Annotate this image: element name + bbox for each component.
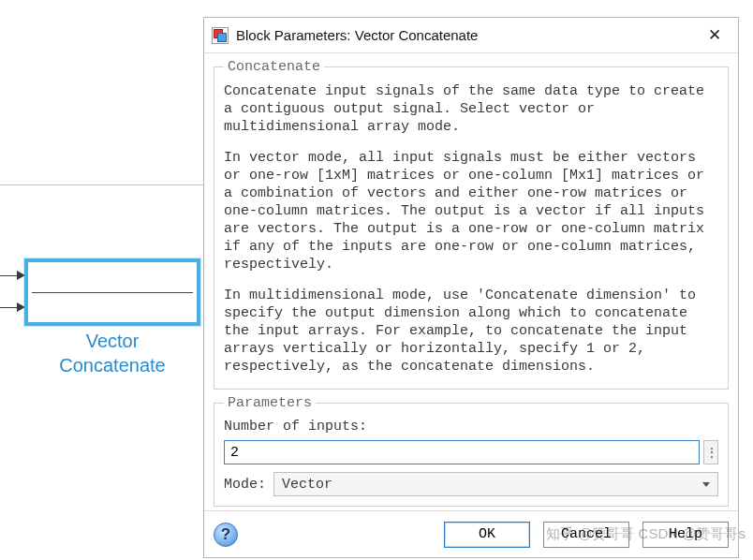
input-wire-2 — [0, 307, 19, 308]
ok-button[interactable]: OK — [444, 522, 530, 548]
help-button[interactable]: Help — [642, 522, 729, 548]
parameters-group: Parameters Number of inputs: ⋮ Mode: Vec… — [214, 395, 729, 507]
num-inputs-input[interactable] — [224, 440, 700, 464]
dialog-titlebar[interactable]: Block Parameters: Vector Concatenate ✕ — [204, 18, 738, 53]
num-inputs-label: Number of inputs: — [224, 419, 718, 435]
mode-label: Mode: — [224, 477, 266, 493]
help-icon[interactable]: ? — [214, 523, 238, 547]
num-inputs-row: Number of inputs: ⋮ — [224, 419, 718, 464]
concatenate-group: Concatenate Concatenate input signals of… — [214, 59, 729, 390]
dialog-title: Block Parameters: Vector Concatenate — [236, 27, 701, 43]
cancel-button[interactable]: Cancel — [543, 522, 629, 548]
block-parameters-dialog: Block Parameters: Vector Concatenate ✕ C… — [203, 17, 739, 558]
concat-desc-1: Concatenate input signals of the same da… — [224, 82, 718, 136]
vector-concatenate-block[interactable] — [24, 258, 200, 326]
dialog-footer: ? OK Cancel Help — [204, 510, 738, 557]
concat-desc-3: In multidimensional mode, use 'Concatena… — [224, 287, 718, 376]
parameters-legend: Parameters — [224, 395, 316, 411]
block-label-line1: Vector — [86, 331, 140, 351]
block-label-line2: Concatenate — [59, 355, 165, 376]
simulink-app-icon — [212, 27, 229, 44]
mode-value: Vector — [282, 477, 332, 493]
mode-row: Mode: Vector — [224, 472, 718, 496]
concat-desc-2: In vector mode, all input signals must b… — [224, 149, 718, 273]
block-label: Vector Concatenate — [24, 329, 200, 377]
concatenate-legend: Concatenate — [224, 59, 324, 75]
close-icon[interactable]: ✕ — [701, 23, 729, 47]
mode-select[interactable]: Vector — [273, 472, 718, 496]
input-wire-1 — [0, 275, 19, 276]
canvas-guide-line — [0, 184, 204, 185]
dialog-body: Concatenate Concatenate input signals of… — [204, 53, 738, 510]
chevron-down-icon — [702, 482, 710, 487]
num-inputs-more-button[interactable]: ⋮ — [703, 440, 718, 464]
